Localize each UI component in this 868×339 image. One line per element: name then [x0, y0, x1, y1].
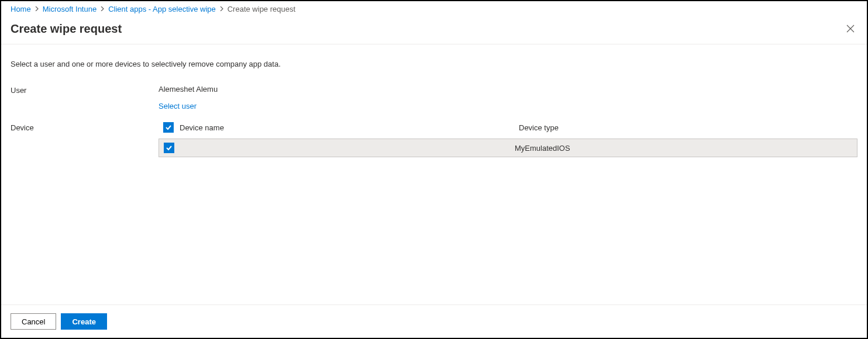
select-user-link[interactable]: Select user: [159, 102, 197, 110]
checkmark-icon: [166, 144, 173, 151]
row-checkbox[interactable]: [164, 143, 174, 153]
create-button[interactable]: Create: [61, 313, 106, 330]
footer: Cancel Create: [1, 305, 867, 338]
intro-text: Select a user and one or more devices to…: [11, 60, 857, 68]
breadcrumb-client-apps[interactable]: Client apps - App selective wipe: [108, 5, 216, 13]
table-row[interactable]: MyEmulatedIOS: [159, 139, 857, 157]
user-row: User Alemeshet Alemu Select user: [11, 85, 857, 110]
chevron-right-icon: [219, 6, 224, 12]
device-label: Device: [11, 122, 159, 132]
page-title: Create wipe request: [11, 22, 122, 36]
checkmark-icon: [165, 124, 172, 131]
chevron-right-icon: [100, 6, 105, 12]
close-button[interactable]: [843, 22, 857, 36]
column-device-type[interactable]: Device type: [519, 123, 857, 132]
device-row: Device Device name Device type MyEmulate…: [11, 122, 857, 157]
breadcrumb-home[interactable]: Home: [11, 5, 31, 13]
breadcrumb: Home Microsoft Intune Client apps - App …: [1, 1, 867, 17]
device-table: Device name Device type MyEmulatedIOS: [159, 122, 857, 157]
breadcrumb-intune[interactable]: Microsoft Intune: [43, 5, 97, 13]
select-all-checkbox[interactable]: [163, 122, 174, 133]
user-value: Alemeshet Alemu: [159, 85, 857, 94]
content-area: Select a user and one or more devices to…: [1, 44, 867, 305]
cancel-button[interactable]: Cancel: [11, 313, 56, 330]
user-label: User: [11, 85, 159, 95]
device-table-header: Device name Device type: [159, 122, 857, 139]
breadcrumb-current: Create wipe request: [228, 5, 295, 13]
row-device-type: MyEmulatedIOS: [515, 144, 852, 153]
close-icon: [846, 25, 855, 33]
column-device-name[interactable]: Device name: [180, 123, 519, 132]
page-header: Create wipe request: [1, 17, 867, 44]
chevron-right-icon: [35, 6, 39, 12]
